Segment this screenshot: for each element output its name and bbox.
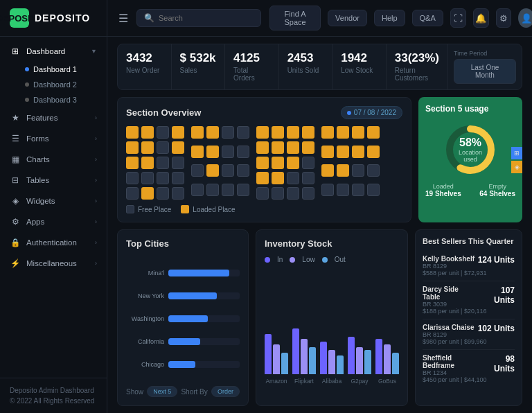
chevron-right-icon: › bbox=[95, 114, 97, 121]
section-overview-header: Section Overview 07 / 08 / 2022 bbox=[126, 106, 402, 119]
topbar-nav: Find A Space Vendor Help Q&A ⛶ 🔔 ⚙ 👤 bbox=[269, 6, 532, 30]
user-avatar[interactable]: 👤 bbox=[518, 8, 532, 28]
bs-name-col: Kelly Bookshelf BR 8129 bbox=[423, 255, 475, 270]
side-icon-btn-2[interactable]: ◈ bbox=[511, 161, 522, 173]
search-icon: 🔍 bbox=[144, 13, 154, 23]
show-label: Show bbox=[126, 388, 143, 396]
best-seller-item: Sheffield Bedframe BR 1234 98 Units $450… bbox=[423, 350, 515, 387]
shelf-cell bbox=[126, 157, 139, 169]
chart-bar bbox=[320, 342, 327, 374]
footer-line2: © 2022 All Rights Reserved bbox=[10, 396, 97, 406]
sidebar-item-charts[interactable]: ▦ Charts › bbox=[0, 149, 107, 170]
chevron-right-icon: › bbox=[95, 218, 97, 225]
stat-value-return: 33(23%) bbox=[395, 51, 439, 65]
main-content: ☰ 🔍 Find A Space Vendor Help Q&A ⛶ 🔔 ⚙ 👤 bbox=[107, 0, 532, 413]
bs-name-col: Sheffield Bedframe BR 1234 bbox=[423, 354, 484, 376]
donut-wrap: 58% Location used bbox=[443, 122, 498, 177]
chart-bar bbox=[273, 344, 280, 374]
lock-icon: 🔒 bbox=[10, 237, 21, 248]
gear-icon[interactable]: ⚙ bbox=[496, 8, 512, 28]
sidebar-item-dashboard3[interactable]: Dashboard 3 bbox=[0, 92, 107, 107]
search-input[interactable] bbox=[159, 14, 242, 22]
sidebar-item-tables[interactable]: ⊟ Tables › bbox=[0, 170, 107, 191]
sidebar-label-widgets: Widgets bbox=[26, 197, 55, 205]
date-dot-icon bbox=[347, 111, 351, 115]
sidebar-label-features: Features bbox=[26, 114, 57, 122]
bell-icon[interactable]: 🔔 bbox=[473, 8, 489, 28]
chart-bar bbox=[301, 339, 308, 374]
bottom-row: Top Cities Mina'l New York Washington Ca… bbox=[117, 229, 522, 406]
fullscreen-icon[interactable]: ⛶ bbox=[450, 8, 466, 28]
best-sellers-card: Best Sellers This Quarter Kelly Bookshel… bbox=[415, 229, 522, 406]
shelf-cell bbox=[287, 172, 299, 184]
bs-name-col: Clarissa Chaise BR 8129 bbox=[423, 324, 475, 338]
footer-line1: Deposito Admin Dashboard bbox=[10, 385, 97, 396]
bs-price: $188 per unit | $20,116 bbox=[423, 308, 515, 315]
shelf-cell bbox=[157, 172, 169, 184]
vendor-button[interactable]: Vendor bbox=[328, 10, 367, 26]
shelf-cell bbox=[237, 164, 249, 177]
bs-units-col: 124 Units bbox=[478, 255, 515, 265]
shelf-cell bbox=[352, 126, 364, 139]
content-area: 3432 New Order $ 532k Sales 4125 Total O… bbox=[107, 37, 532, 413]
donut-sublabel: Location used bbox=[456, 149, 484, 163]
dashboard-icon: ⊞ bbox=[10, 46, 21, 57]
bs-row: Kelly Bookshelf BR 8129 124 Units bbox=[423, 255, 515, 270]
bar-track bbox=[168, 292, 240, 299]
find-space-button[interactable]: Find A Space bbox=[269, 6, 321, 30]
out-dot-icon bbox=[322, 257, 328, 263]
chart-bar bbox=[309, 347, 316, 374]
shelf-cell bbox=[191, 184, 204, 196]
help-button[interactable]: Help bbox=[374, 10, 405, 26]
chart-x-label: G2pay bbox=[351, 378, 368, 385]
sidebar-item-misc[interactable]: ⚡ Miscellaneous › bbox=[0, 253, 107, 274]
chevron-right-icon: › bbox=[95, 156, 97, 163]
stat-new-order: 3432 New Order bbox=[118, 44, 172, 89]
sidebar-item-authentication[interactable]: 🔒 Authentication › bbox=[0, 232, 107, 253]
bar-fill bbox=[168, 315, 208, 322]
middle-row: Section Overview 07 / 08 / 2022 Free Pla… bbox=[117, 97, 522, 222]
section-overview-title: Section Overview bbox=[126, 107, 201, 118]
inventory-header: Inventory Stock bbox=[265, 238, 399, 249]
shelf-cell bbox=[256, 141, 269, 154]
dashboard3-label: Dashboard 3 bbox=[33, 96, 77, 104]
shelf-cell bbox=[272, 172, 284, 184]
shelf-cell bbox=[141, 126, 154, 139]
sidebar-item-apps[interactable]: ⚙ Apps › bbox=[0, 211, 107, 232]
chart-bar bbox=[384, 344, 391, 374]
sidebar-item-forms[interactable]: ☰ Forms › bbox=[0, 128, 107, 149]
shelf-cell bbox=[206, 126, 219, 139]
qa-button[interactable]: Q&A bbox=[412, 10, 443, 26]
misc-icon: ⚡ bbox=[10, 258, 21, 269]
legend-free-icon bbox=[126, 205, 134, 213]
sidebar-item-dashboard2[interactable]: Dashboard 2 bbox=[0, 77, 107, 92]
shelf-cell bbox=[172, 157, 184, 169]
shelf-cell bbox=[222, 164, 234, 177]
sidebar-item-widgets[interactable]: ◈ Widgets › bbox=[0, 191, 107, 211]
shelf-cell bbox=[126, 141, 139, 154]
sort-button[interactable]: Order bbox=[211, 386, 240, 397]
side-icon-btn-1[interactable]: ⊞ bbox=[511, 147, 522, 159]
menu-icon[interactable]: ☰ bbox=[118, 12, 128, 25]
dashboard1-label: Dashboard 1 bbox=[33, 65, 77, 73]
sidebar-item-dashboard1[interactable]: Dashboard 1 bbox=[0, 62, 107, 77]
legend: Free Place Loaded Place bbox=[126, 205, 402, 213]
shelf-cell bbox=[272, 126, 284, 139]
best-seller-item: Kelly Bookshelf BR 8129 124 Units $588 p… bbox=[423, 251, 515, 281]
shelf-cell bbox=[367, 184, 380, 196]
sidebar-item-features[interactable]: ★ Features › bbox=[0, 107, 107, 128]
chart-x-label: Flipkart bbox=[294, 378, 314, 385]
top-cities-header: Top Cities bbox=[126, 238, 240, 249]
stat-label-low-stock: Low Stock bbox=[341, 67, 378, 74]
topbar: ☰ 🔍 Find A Space Vendor Help Q&A ⛶ 🔔 ⚙ 👤 bbox=[107, 0, 532, 37]
time-period-button[interactable]: Last One Month bbox=[454, 59, 516, 84]
side-icons: ⊞ ◈ bbox=[511, 147, 522, 173]
shelf-cell bbox=[172, 126, 184, 139]
shelf-cell bbox=[256, 187, 269, 200]
search-box[interactable]: 🔍 bbox=[136, 9, 261, 27]
show-next-button[interactable]: Next 5 bbox=[147, 386, 177, 397]
loaded-label: Loaded bbox=[425, 183, 461, 190]
sidebar-item-dashboard[interactable]: ⊞ Dashboard ▼ bbox=[0, 41, 107, 62]
dot-inactive-icon bbox=[25, 98, 29, 102]
bs-units-col: 107 Units bbox=[478, 285, 515, 305]
